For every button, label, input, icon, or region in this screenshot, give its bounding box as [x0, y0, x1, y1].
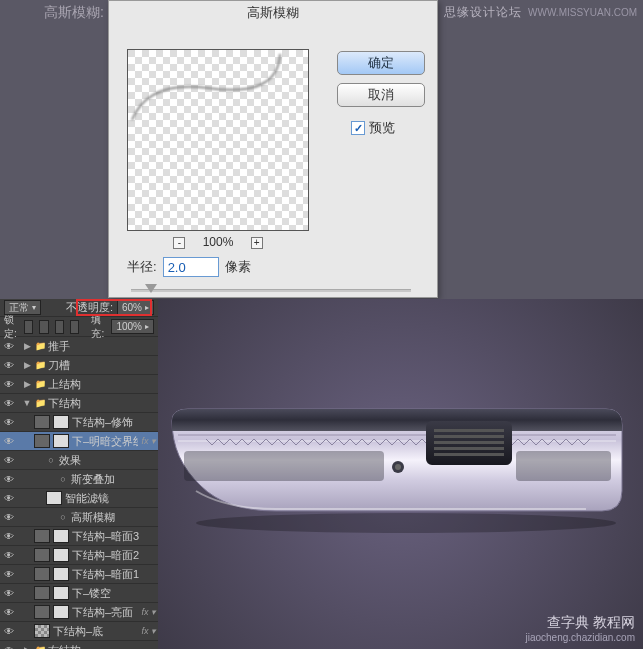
svg-rect-4	[434, 447, 504, 450]
layer-row[interactable]: 👁○斯变叠加	[0, 470, 158, 489]
lock-position-icon[interactable]	[55, 320, 64, 334]
filter-label: 高斯模糊:	[44, 4, 104, 22]
mask-thumb	[53, 415, 69, 429]
layer-row[interactable]: 👁智能滤镜	[0, 489, 158, 508]
layer-row[interactable]: 👁下结构–暗面1	[0, 565, 158, 584]
layer-row[interactable]: 👁下结构–修饰	[0, 413, 158, 432]
folder-toggle[interactable]: ▶	[22, 360, 32, 370]
layer-name: 效果	[59, 453, 158, 468]
layer-thumb	[34, 434, 50, 448]
layer-name: 下–明暗交界线	[72, 434, 138, 449]
lock-transparency-icon[interactable]	[24, 320, 33, 334]
svg-rect-8	[184, 451, 384, 481]
layer-row[interactable]: 👁○效果	[0, 451, 158, 470]
watermark-bottom: 查字典 教程网 jiaocheng.chazidian.com	[525, 614, 635, 643]
layer-row[interactable]: 👁下结构–亮面fx ▾	[0, 603, 158, 622]
visibility-icon[interactable]: 👁	[2, 453, 16, 467]
folder-toggle[interactable]: ▶	[22, 645, 32, 649]
layer-name: 下结构–底	[53, 624, 138, 639]
layer-thumb	[34, 529, 50, 543]
svg-point-7	[395, 464, 401, 470]
visibility-icon[interactable]: 👁	[2, 624, 16, 638]
svg-rect-2	[434, 435, 504, 438]
zoom-out-button[interactable]: -	[173, 237, 185, 249]
visibility-icon[interactable]: 👁	[2, 605, 16, 619]
visibility-icon[interactable]: 👁	[2, 339, 16, 353]
layer-row[interactable]: 👁▼📁下结构	[0, 394, 158, 413]
layer-name: 下结构–亮面	[72, 605, 138, 620]
visibility-icon[interactable]: 👁	[2, 472, 16, 486]
visibility-icon[interactable]: 👁	[2, 396, 16, 410]
preview-area[interactable]	[127, 49, 309, 231]
visibility-icon[interactable]: 👁	[2, 643, 16, 649]
canvas-area[interactable]: 查字典 教程网 jiaocheng.chazidian.com	[158, 299, 643, 649]
preview-checkbox-label: 预览	[369, 119, 395, 137]
svg-rect-3	[434, 441, 504, 444]
layer-row[interactable]: 👁下结构–暗面3	[0, 527, 158, 546]
ok-button[interactable]: 确定	[337, 51, 425, 75]
folder-toggle[interactable]: ▼	[22, 398, 32, 408]
preview-checkbox[interactable]: ✓	[351, 121, 365, 135]
visibility-icon[interactable]: 👁	[2, 510, 16, 524]
gaussian-blur-dialog: 高斯模糊 - 100% + 半径: 像素 确定 取消 ✓ 预览	[108, 0, 438, 298]
layer-name: 右结构	[48, 643, 158, 650]
folder-toggle[interactable]: ▶	[22, 379, 32, 389]
fill-input[interactable]: 100%▸	[111, 319, 154, 334]
layer-name: 刀槽	[48, 358, 158, 373]
mask-thumb	[53, 434, 69, 448]
layer-thumb	[34, 548, 50, 562]
effect-icon: ○	[58, 512, 68, 522]
fx-badge[interactable]: fx ▾	[141, 626, 156, 636]
layer-row[interactable]: 👁下–明暗交界线fx ▾	[0, 432, 158, 451]
layer-name: 智能滤镜	[65, 491, 158, 506]
layer-name: 下结构–暗面3	[72, 529, 158, 544]
folder-toggle[interactable]: ▶	[22, 341, 32, 351]
zoom-in-button[interactable]: +	[251, 237, 263, 249]
radius-slider[interactable]	[131, 283, 411, 299]
fx-badge[interactable]: fx ▾	[141, 607, 156, 617]
visibility-icon[interactable]: 👁	[2, 586, 16, 600]
layer-name: 下–镂空	[72, 586, 158, 601]
opacity-label: 不透明度:	[66, 300, 113, 315]
layer-row[interactable]: 👁▶📁推手	[0, 337, 158, 356]
filter-thumb	[46, 491, 62, 505]
visibility-icon[interactable]: 👁	[2, 434, 16, 448]
svg-rect-9	[516, 451, 611, 481]
svg-rect-5	[434, 453, 504, 456]
opacity-input[interactable]: 60%▸	[117, 300, 154, 315]
radius-unit: 像素	[225, 258, 251, 276]
layer-row[interactable]: 👁下结构–暗面2	[0, 546, 158, 565]
layer-thumb	[34, 415, 50, 429]
visibility-icon[interactable]: 👁	[2, 377, 16, 391]
dialog-title: 高斯模糊	[109, 1, 437, 25]
visibility-icon[interactable]: 👁	[2, 529, 16, 543]
lock-all-icon[interactable]	[70, 320, 79, 334]
lock-pixels-icon[interactable]	[39, 320, 48, 334]
fill-label: 填充:	[91, 313, 105, 341]
zoom-value: 100%	[203, 235, 234, 249]
layer-row[interactable]: 👁下–镂空	[0, 584, 158, 603]
cancel-button[interactable]: 取消	[337, 83, 425, 107]
layer-name: 下结构	[48, 396, 158, 411]
radius-input[interactable]	[163, 257, 219, 277]
layer-row[interactable]: 👁▶📁上结构	[0, 375, 158, 394]
layer-name: 高斯模糊	[71, 510, 158, 525]
layer-row[interactable]: 👁下结构–底fx ▾	[0, 622, 158, 641]
layer-row[interactable]: 👁▶📁右结构	[0, 641, 158, 649]
layer-row[interactable]: 👁○高斯模糊	[0, 508, 158, 527]
watermark-top: 思缘设计论坛WWW.MISSYUAN.COM	[444, 4, 637, 21]
layer-name: 斯变叠加	[71, 472, 158, 487]
visibility-icon[interactable]: 👁	[2, 358, 16, 372]
visibility-icon[interactable]: 👁	[2, 567, 16, 581]
mask-thumb	[53, 529, 69, 543]
layer-row[interactable]: 👁▶📁刀槽	[0, 356, 158, 375]
effect-icon: ○	[58, 474, 68, 484]
layer-name: 下结构–暗面1	[72, 567, 158, 582]
folder-icon: 📁	[35, 360, 45, 370]
fx-badge[interactable]: fx ▾	[141, 436, 156, 446]
visibility-icon[interactable]: 👁	[2, 415, 16, 429]
effect-icon: ○	[46, 455, 56, 465]
visibility-icon[interactable]: 👁	[2, 491, 16, 505]
visibility-icon[interactable]: 👁	[2, 548, 16, 562]
knife-illustration	[166, 391, 636, 539]
